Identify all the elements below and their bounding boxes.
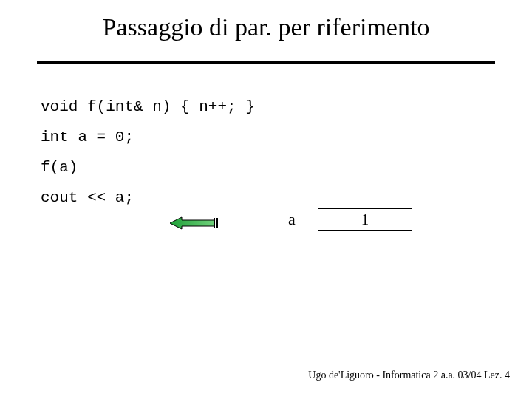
code-line-3: f(a) [41,160,491,175]
arrow-left-icon [170,216,219,230]
memory-diagram: a 1 [170,208,436,238]
code-block: void f(int& n) { n++; } int a = 0; f(a) … [41,99,491,205]
horizontal-rule [37,61,495,64]
code-line-1: void f(int& n) { n++; } [41,99,491,115]
variable-label: a [288,210,296,229]
slide: Passaggio di par. per riferimento void f… [0,0,532,399]
code-line-2: int a = 0; [41,129,491,145]
slide-title: Passaggio di par. per riferimento [41,13,491,41]
slide-footer: Ugo de'Liguoro - Informatica 2 a.a. 03/0… [308,369,510,381]
code-line-4: cout << a; [41,190,491,205]
svg-marker-0 [170,217,214,229]
memory-box: 1 [318,208,412,231]
